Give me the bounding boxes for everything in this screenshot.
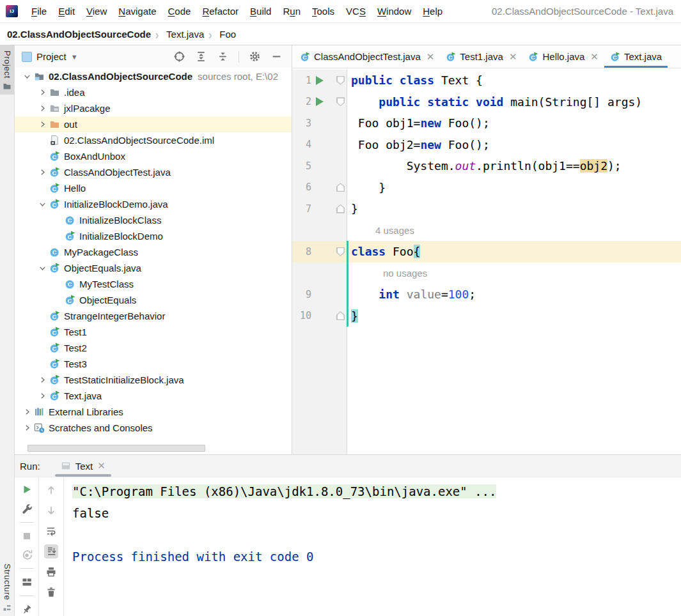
tree-item-text-java[interactable]: CText.java — [15, 388, 292, 404]
code-text[interactable]: } — [348, 198, 681, 220]
scroll-down-icon[interactable] — [44, 504, 58, 518]
fold-marker-icon[interactable] — [328, 76, 347, 85]
tree-item-initializeblockdemo[interactable]: CInitializeBlockDemo — [15, 228, 292, 244]
tree-item-test3[interactable]: CTest3 — [15, 356, 292, 372]
fold-down-icon[interactable] — [336, 76, 345, 85]
menu-run[interactable]: Run — [277, 6, 306, 17]
menu-view[interactable]: View — [81, 6, 113, 17]
settings-wrench-icon[interactable] — [20, 502, 34, 515]
menu-code[interactable]: Code — [162, 6, 197, 17]
run-tab-text[interactable]: Text ✕ — [55, 455, 111, 477]
tree-item-initializeblockclass[interactable]: CInitializeBlockClass — [15, 212, 292, 228]
expand-all-icon[interactable] — [195, 50, 207, 63]
fold-down-icon[interactable] — [336, 247, 345, 256]
fold-up-icon[interactable] — [336, 183, 345, 192]
menu-window[interactable]: Window — [372, 6, 417, 17]
menu-help[interactable]: Help — [417, 6, 448, 17]
menu-refactor[interactable]: Refactor — [196, 6, 244, 17]
close-icon[interactable]: ✕ — [590, 51, 599, 63]
tree-item-jxlpacakge[interactable]: jxlPacakge — [15, 100, 292, 116]
chevron-right-icon[interactable] — [35, 374, 49, 386]
breadcrumb-item[interactable]: CFoo — [216, 29, 236, 40]
collapse-all-icon[interactable] — [217, 50, 229, 63]
project-panel-title[interactable]: Project — [36, 51, 67, 62]
chevron-right-icon[interactable] — [35, 167, 49, 178]
fold-marker-icon[interactable] — [328, 247, 347, 256]
tree-item-teststaticinitializeblock-java[interactable]: CTestStaticInitializeBlock.java — [15, 372, 292, 388]
run-triangle-icon[interactable] — [316, 76, 324, 85]
menu-navigate[interactable]: Navigate — [113, 6, 162, 17]
tree-item-out[interactable]: out — [15, 116, 292, 132]
breadcrumb-item[interactable]: CText.java — [163, 29, 204, 40]
tree-item-scratches-and-consoles[interactable]: Scratches and Consoles — [15, 420, 292, 436]
close-icon[interactable]: ✕ — [427, 51, 435, 63]
menu-file[interactable]: File — [26, 6, 52, 17]
editor-tab-text-java[interactable]: CText.java — [604, 45, 668, 68]
chevron-right-icon[interactable] — [35, 103, 49, 114]
code-text[interactable]: System.out.println(obj1==obj2); — [348, 155, 681, 177]
soft-wrap-icon[interactable] — [44, 524, 58, 538]
chevron-right-icon[interactable] — [35, 87, 49, 98]
console-output[interactable]: "C:\Program Files (x86)\Java\jdk1.8.0_73… — [64, 477, 681, 616]
usages-inlay-hint[interactable]: no usages — [383, 268, 427, 279]
code-text[interactable]: public static void main(String[] args) — [348, 91, 681, 113]
scroll-up-icon[interactable] — [44, 483, 58, 497]
fold-marker-icon[interactable] — [328, 204, 347, 213]
code-text[interactable]: Foo obj1=new Foo(); — [348, 112, 681, 134]
run-line-icon[interactable] — [311, 97, 328, 106]
clear-icon[interactable] — [44, 585, 58, 599]
tree-item-test1[interactable]: CTest1 — [15, 324, 292, 340]
tree-item-mytestclass[interactable]: CMyTestClass — [15, 276, 292, 292]
code-line-6[interactable]: 6 } — [292, 177, 681, 199]
run-triangle-icon[interactable] — [316, 97, 324, 106]
tree-item-02-classandobjectsourcecode[interactable]: 02.ClassAndObjectSourceCodesources root,… — [15, 68, 292, 84]
tool-window-button-structure[interactable]: Structure — [0, 558, 14, 616]
breadcrumb-item[interactable]: 02.ClassAndObjectSourceCode — [7, 29, 151, 40]
tool-window-button-project[interactable]: Project — [0, 45, 14, 95]
tree-item-classandobjecttest-java[interactable]: CClassAndObjectTest.java — [15, 164, 292, 180]
tree-item-objectequals-java[interactable]: CObjectEquals.java — [15, 260, 292, 276]
code-editor[interactable]: 1public class Text {2 public static void… — [292, 68, 681, 454]
tree-item-02-classandobjectsourcecode-iml[interactable]: 02.ClassAndObjectSourceCode.iml — [15, 132, 292, 148]
print-icon[interactable] — [44, 565, 58, 579]
code-line-3[interactable]: 3 Foo obj1=new Foo(); — [292, 112, 681, 134]
code-text[interactable]: no usages — [348, 263, 681, 284]
menu-build[interactable]: Build — [244, 6, 277, 17]
close-icon[interactable]: ✕ — [509, 51, 517, 63]
tree-item-hello[interactable]: CHello — [15, 180, 292, 196]
stop-icon[interactable] — [20, 530, 34, 543]
chevron-right-icon[interactable] — [35, 119, 49, 130]
menu-vcs[interactable]: VCS — [340, 6, 372, 17]
fold-down-icon[interactable] — [336, 97, 345, 106]
tree-item-test2[interactable]: CTest2 — [15, 340, 292, 356]
code-text[interactable]: 4 usages — [348, 220, 681, 242]
code-text[interactable]: Foo obj2=new Foo(); — [348, 134, 681, 156]
chevron-down-icon[interactable] — [35, 263, 49, 274]
chevron-down-icon[interactable] — [20, 71, 34, 82]
tree-item-initializeblockdemo-java[interactable]: CInitializeBlockDemo.java — [15, 196, 292, 212]
chevron-right-icon[interactable] — [20, 422, 34, 434]
chevron-right-icon[interactable] — [20, 406, 34, 418]
editor-tab-classandobjecttest-java[interactable]: CClassAndObjectTest.java✕ — [294, 45, 440, 68]
code-text[interactable]: public class Text { — [348, 70, 681, 91]
code-text[interactable]: } — [348, 305, 681, 327]
run-line-icon[interactable] — [311, 76, 328, 85]
scroll-end-icon[interactable] — [44, 544, 58, 558]
layout-icon[interactable] — [20, 576, 34, 589]
menu-tools[interactable]: Tools — [306, 6, 340, 17]
close-icon[interactable]: ✕ — [97, 460, 106, 472]
code-line-9[interactable]: 9 int value=100; — [292, 284, 681, 305]
pin-icon[interactable] — [20, 603, 34, 616]
locate-icon[interactable] — [173, 50, 185, 63]
fold-up-icon[interactable] — [336, 311, 345, 320]
code-line-5[interactable]: 5 System.out.println(obj1==obj2); — [292, 155, 681, 177]
code-line-2[interactable]: 2 public static void main(String[] args) — [292, 91, 681, 113]
menu-edit[interactable]: Edit — [52, 6, 81, 17]
editor-tab-hello-java[interactable]: CHello.java✕ — [522, 45, 604, 68]
hide-icon[interactable] — [270, 50, 283, 63]
fold-up-icon[interactable] — [336, 204, 345, 213]
tree-item-mypackageclass[interactable]: CMyPackageClass — [15, 244, 292, 260]
editor-tab-test1-java[interactable]: CTest1.java✕ — [440, 45, 522, 68]
restart-debug-icon[interactable] — [20, 549, 34, 562]
inlay-row[interactable]: 4 usages — [292, 220, 681, 242]
